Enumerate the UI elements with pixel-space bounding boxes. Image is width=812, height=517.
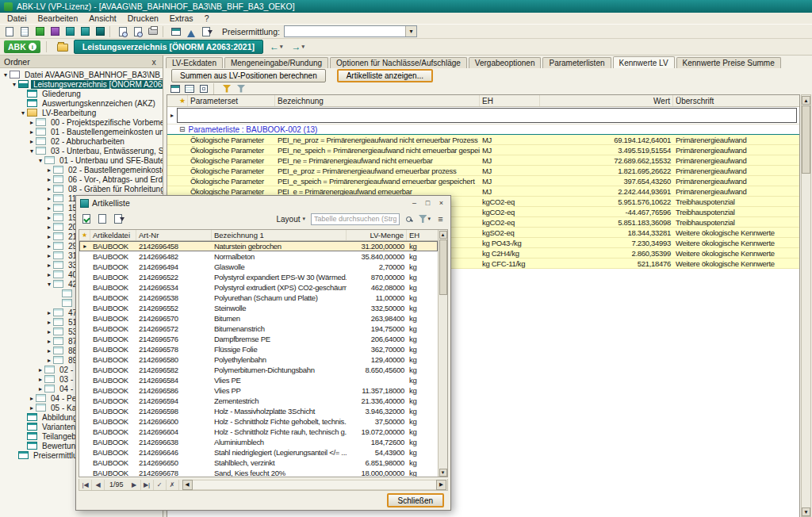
menu-item-help[interactable]: ? xyxy=(199,13,215,23)
tree-expander-icon[interactable]: ▸ xyxy=(28,128,36,136)
tree-item-auswertungskennzeichen-akz[interactable]: Auswertungskennzeichen (AKZ) xyxy=(0,98,163,108)
tree-expander-icon[interactable]: ▸ xyxy=(45,167,53,174)
close-button[interactable]: × xyxy=(435,197,448,209)
article-row[interactable]: BAUBOOK2142696646Stahl niedriglegiert (L… xyxy=(79,447,438,458)
tab-parameterlisten[interactable]: Parameterlisten xyxy=(542,57,611,68)
article-row[interactable]: BAUBOOK2142696604Holz - Schnittholz Fich… xyxy=(79,427,438,437)
tree-item-lv-bearbeitung[interactable]: ▾LV-Bearbeitung xyxy=(0,108,163,117)
chevron-down-icon[interactable]: ▾ xyxy=(405,26,416,36)
tree-expander-icon[interactable]: ▸ xyxy=(45,271,53,278)
tree-item-08-gräben-für-rohrleitungen-un[interactable]: ▸08 - Gräben für Rohrleitungen un xyxy=(0,184,163,193)
tree-expander-icon[interactable]: ▸ xyxy=(45,338,53,345)
navigate-forward-button[interactable]: → ▾ xyxy=(289,41,308,52)
tree-item-02-baustellengemeinkosten[interactable]: ▸02 - Baustellengemeinkosten xyxy=(0,165,163,174)
column-header-eh[interactable]: EH xyxy=(480,95,540,106)
column-header-lv-menge[interactable]: LV-Menge xyxy=(347,230,407,240)
parameter-row[interactable]: Ökologische ParameterPEI_e_proz = Primär… xyxy=(167,166,799,176)
tree-item-03-unterbau-entwässerung-sfe-bau[interactable]: ▾03 - Unterbau, Entwässerung, SFE-Bau xyxy=(0,146,163,155)
article-row[interactable]: BAUBOOK2142696552Steinwolle332,50000kg xyxy=(79,303,438,313)
tree-item-01-baustellengemeinkosten-und-regie[interactable]: ▸01 - Baustellengemeinkosten und Regie xyxy=(0,127,163,136)
cancel-button[interactable]: ✗ xyxy=(167,480,179,490)
calculate-sums-button[interactable]: Summen aus LV-Positionen berechnen xyxy=(171,69,326,82)
tree-expander-icon[interactable]: ▸ xyxy=(28,395,36,402)
article-row[interactable]: BAUBOOK2142696598Holz - Massivholzplatte… xyxy=(79,406,438,416)
filter-off-icon[interactable] xyxy=(235,83,247,94)
parameter-row[interactable]: Ökologische ParameterPEI_ne = Primärener… xyxy=(167,155,799,166)
delta-icon[interactable] xyxy=(184,25,198,38)
new-document-icon[interactable] xyxy=(2,25,17,38)
tree-item-01-unterbau-und-sfe-bautechnik[interactable]: ▾01 - Unterbau und SFE-Bautechnik xyxy=(0,155,163,165)
maximize-button[interactable]: □ xyxy=(421,197,435,209)
tree-expander-icon[interactable]: ▸ xyxy=(45,195,53,202)
mark-rows-icon[interactable] xyxy=(79,213,94,226)
fullscreen-icon[interactable] xyxy=(197,83,210,94)
tree-item-datei-avaag-nb-bahnhof-ba3-nb-bhf-ba3-oe[interactable]: ▾Datei AVAAG\NB_BAHNHOF_BA3\NB_BHF_BA3_O… xyxy=(0,70,163,79)
tree-expander-icon[interactable]: ▸ xyxy=(28,138,36,145)
article-row[interactable]: BAUBOOK2142696578Flüssige Folie362,70000… xyxy=(79,344,438,354)
open-folder-icon[interactable] xyxy=(56,40,70,54)
tree-expander-icon[interactable]: ▸ xyxy=(45,186,53,193)
article-row[interactable]: BAUBOOK2142696594Zementestrich21.336,400… xyxy=(79,396,438,406)
article-row[interactable]: BAUBOOK2142696580Polyethylenbahn129,4000… xyxy=(79,354,438,365)
tree-item-00-projektspezifische-vorbemerkunge[interactable]: ▸00 - Projektspezifische Vorbemerkunge xyxy=(0,117,163,127)
menu-icon[interactable]: ≡ xyxy=(434,213,447,225)
page-options-icon[interactable] xyxy=(199,25,213,38)
tree-expander-icon[interactable]: ▸ xyxy=(28,119,36,126)
column-header-eh[interactable]: EH xyxy=(407,230,438,240)
last-record-button[interactable]: ▶| xyxy=(141,480,154,490)
parameter-row[interactable]: Ökologische ParameterPEI_e_speich = Prim… xyxy=(167,176,799,186)
module-tealdark-icon[interactable] xyxy=(93,25,107,38)
parameter-row[interactable]: Ökologische ParameterPEI_ne_proz = Primä… xyxy=(167,135,799,145)
tree-expander-icon[interactable]: ▸ xyxy=(45,357,53,364)
search-icon[interactable] xyxy=(402,213,416,225)
article-row[interactable]: BAUBOOK2142696650Stahlblech, verzinkt6.8… xyxy=(79,458,438,468)
menu-item-extras[interactable]: Extras xyxy=(164,13,199,23)
prev-record-button[interactable]: ◀ xyxy=(92,480,105,490)
article-row[interactable]: BAUBOOK2142696586Vlies PP11.357,18000kg xyxy=(79,385,438,396)
article-row[interactable]: BAUBOOK2142696522Polystyrol expandiert E… xyxy=(79,272,438,282)
tree-expander-icon[interactable]: ▸ xyxy=(45,328,53,335)
tree-item-gliederung[interactable]: Gliederung xyxy=(0,89,163,98)
tree-item-02-abbrucharbeiten[interactable]: ▸02 - Abbrucharbeiten xyxy=(0,136,163,146)
export-rows-icon[interactable] xyxy=(111,213,125,226)
article-row[interactable]: BAUBOOK2142696584Vlies PEkg xyxy=(79,375,438,385)
first-record-button[interactable]: |◀ xyxy=(79,480,92,490)
tree-expander-icon[interactable]: ▾ xyxy=(19,109,27,117)
scrollbar-track[interactable] xyxy=(193,480,436,490)
tab-vergabeoptionen[interactable]: Vergabeoptionen xyxy=(469,57,542,68)
search-input[interactable] xyxy=(314,215,396,223)
print-preview-icon[interactable] xyxy=(116,25,130,38)
column-header-parameterset[interactable]: Parameterset xyxy=(188,95,275,106)
tab-optionen-für-nachlässe-aufschläge[interactable]: Optionen für Nachlässe/Aufschläge xyxy=(330,57,467,68)
tree-expander-icon[interactable]: ▸ xyxy=(45,309,53,316)
column-header-bezeichnung-1[interactable]: Bezeichnung 1 xyxy=(212,230,347,240)
close-dialog-button[interactable]: Schließen xyxy=(387,493,444,507)
article-row[interactable]: BAUBOOK2142696538Polyurethan (Schaum und… xyxy=(79,293,438,303)
tree-expander-icon[interactable]: ▾ xyxy=(10,81,18,88)
print-preview2-icon[interactable] xyxy=(131,25,145,38)
column-header-artikeldatei[interactable]: Artikeldatei xyxy=(90,230,136,240)
column-header-art-nr[interactable]: Art-Nr xyxy=(136,230,212,240)
scrollbar-thumb[interactable] xyxy=(802,105,810,174)
article-row[interactable]: BAUBOOK2142696678Sand, Kies feucht 20%18… xyxy=(79,468,438,477)
minimize-button[interactable]: – xyxy=(408,197,421,209)
filter-icon[interactable] xyxy=(220,83,233,94)
scroll-up-icon[interactable]: ▲ xyxy=(439,231,447,239)
dialog-vertical-scrollbar[interactable]: ▲ ▼ xyxy=(438,230,447,477)
tree-expander-icon[interactable]: ▸ xyxy=(45,347,53,354)
project-purple-icon[interactable] xyxy=(48,25,62,38)
tree-expander-icon[interactable]: ▾ xyxy=(2,71,10,79)
tree-expander-icon[interactable]: ▸ xyxy=(36,385,44,393)
tree-expander-icon[interactable]: ▾ xyxy=(45,281,53,288)
tree-expander-icon[interactable]: ▸ xyxy=(45,205,53,212)
tree-expander-icon[interactable]: ▾ xyxy=(36,157,44,164)
module-teal-icon[interactable] xyxy=(63,25,77,38)
article-row[interactable]: BAUBOOK2142696638Aluminiumblech184,72600… xyxy=(79,437,438,447)
star-column-icon[interactable]: ★ xyxy=(79,230,90,240)
scroll-right-icon[interactable]: ▶ xyxy=(436,480,446,490)
parameter-row[interactable]: Ökologische ParameterPEI_ne_speich = Pri… xyxy=(167,145,799,155)
article-row[interactable]: BAUBOOK2142696600Holz - Schnittholz Fich… xyxy=(79,416,438,427)
article-row[interactable]: BAUBOOK2142696482Normalbeton35.840,00000… xyxy=(79,251,438,262)
article-row[interactable]: BAUBOOK2142696494Glaswolle2,70000kg xyxy=(79,262,438,272)
article-row[interactable]: BAUBOOK2142696576Dampfbremse PE206,64000… xyxy=(79,334,438,344)
